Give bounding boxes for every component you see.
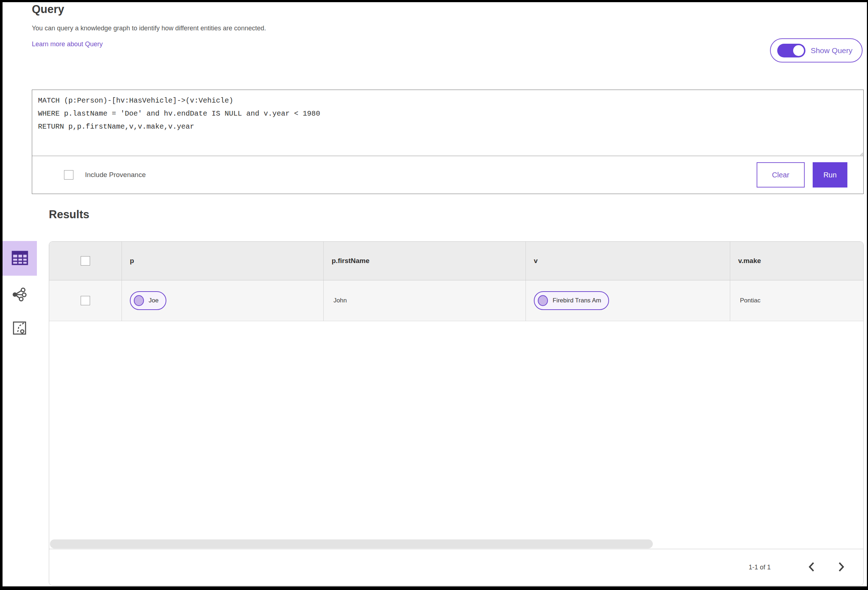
previous-page-button[interactable] <box>804 559 819 576</box>
cell-p-entity: Joe <box>121 280 323 321</box>
row-checkbox[interactable] <box>81 296 90 305</box>
clear-button[interactable]: Clear <box>757 162 805 187</box>
query-editor-footer: Include Provenance Clear Run <box>32 156 863 194</box>
sidebar-item-graph-view[interactable] <box>7 283 32 306</box>
query-code-editor[interactable]: MATCH (p:Person)-[hv:HasVehicle]->(v:Veh… <box>32 90 863 156</box>
network-graph-icon <box>12 287 27 303</box>
map-icon <box>12 321 27 336</box>
chevron-left-icon <box>808 562 815 573</box>
query-editor-panel: MATCH (p:Person)-[hv:HasVehicle]->(v:Veh… <box>32 90 864 194</box>
select-all-checkbox[interactable] <box>81 256 90 266</box>
include-provenance-checkbox[interactable] <box>64 170 74 180</box>
column-header-v[interactable]: v <box>526 242 730 280</box>
page-description: You can query a knowledge graph to ident… <box>32 25 266 32</box>
cell-p-firstname: John <box>323 280 526 321</box>
include-provenance-label: Include Provenance <box>85 171 146 179</box>
query-page: Query You can query a knowledge graph to… <box>3 2 867 586</box>
cell-v-entity: Firebird Trans Am <box>526 280 730 321</box>
cell-text: Pontiac <box>740 297 760 304</box>
entity-pill-vehicle[interactable]: Firebird Trans Am <box>534 291 609 310</box>
next-page-button[interactable] <box>834 559 849 576</box>
editor-buttons: Clear Run <box>757 162 847 187</box>
column-header-p-firstname[interactable]: p.firstName <box>323 242 526 280</box>
column-header-p[interactable]: p <box>121 242 323 280</box>
show-query-toggle[interactable]: Show Query <box>770 38 862 62</box>
show-query-toggle-label: Show Query <box>810 46 852 55</box>
learn-more-link[interactable]: Learn more about Query <box>32 40 103 48</box>
results-table-header-row: p p.firstName v v.make <box>49 242 863 280</box>
results-title: Results <box>49 208 89 221</box>
run-button[interactable]: Run <box>813 162 847 187</box>
row-checkbox-cell <box>49 280 121 321</box>
query-code-area: MATCH (p:Person)-[hv:HasVehicle]->(v:Veh… <box>32 90 863 156</box>
sidebar-item-map-view[interactable] <box>7 317 31 340</box>
results-table-panel: p p.firstName v v.make Joe John Fire <box>49 241 864 586</box>
column-header-v-make[interactable]: v.make <box>730 242 863 280</box>
node-icon <box>538 295 548 306</box>
node-icon <box>134 295 144 306</box>
table-row: Joe John Firebird Trans Am Pontiac <box>49 280 863 321</box>
header-checkbox-cell <box>49 242 121 280</box>
chevron-right-icon <box>838 562 845 573</box>
toggle-switch-icon[interactable] <box>777 44 805 57</box>
cell-text: John <box>334 297 347 304</box>
entity-pill-label: Joe <box>149 297 158 304</box>
sidebar-item-table-view[interactable] <box>3 241 37 276</box>
results-table-footer: 1-1 of 1 <box>49 549 863 585</box>
entity-pill-label: Firebird Trans Am <box>553 297 601 304</box>
pagination-range-label: 1-1 of 1 <box>748 564 771 571</box>
page-title: Query <box>32 3 64 16</box>
horizontal-scrollbar-thumb[interactable] <box>50 539 653 549</box>
cell-v-make: Pontiac <box>730 280 863 321</box>
table-icon <box>12 251 28 266</box>
entity-pill-person[interactable]: Joe <box>130 291 166 310</box>
